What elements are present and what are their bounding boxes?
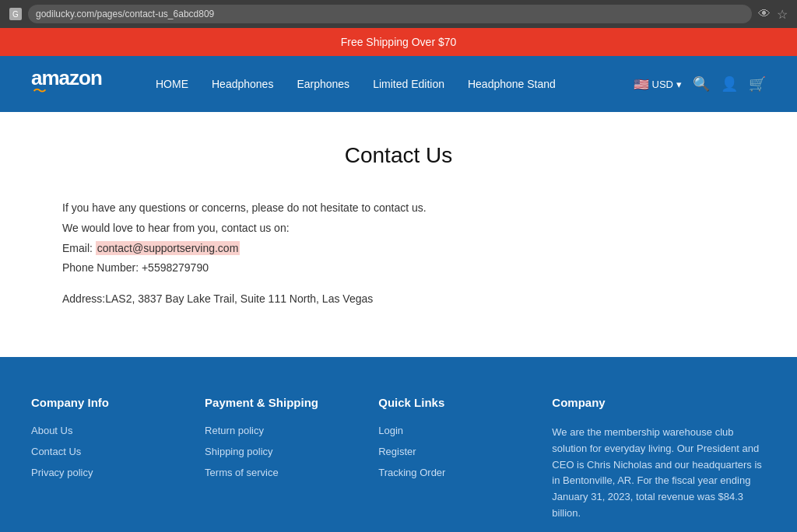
browser-chrome: G godilucky.com/pages/contact-us_6abcd80… <box>0 0 797 28</box>
nav-earphones[interactable]: Earphones <box>297 78 349 90</box>
header: amazon 〜 HOME Headphones Earphones Limit… <box>0 56 797 112</box>
footer-company-title: Company <box>552 396 766 409</box>
currency-label: USD <box>652 79 673 90</box>
footer-payment-shipping: Payment & Shipping Return policy Shippin… <box>205 396 347 522</box>
main-content: Contact Us If you have any questions or … <box>0 112 797 357</box>
nav-limited-edition[interactable]: Limited Edition <box>373 78 444 90</box>
intro-line2: We would love to hear from you, contact … <box>62 219 607 238</box>
search-icon[interactable]: 🔍 <box>693 75 710 93</box>
phone-line: Phone Number: +5598279790 <box>62 259 607 278</box>
email-label: Email: <box>62 242 96 254</box>
email-line: Email: contact@supportserving.com <box>62 240 607 258</box>
nav-headphones[interactable]: Headphones <box>212 78 273 90</box>
footer-company-info: Company Info About Us Contact Us Privacy… <box>31 396 174 522</box>
footer-link-login[interactable]: Login <box>378 425 521 436</box>
contact-body: If you have any questions or concerns, p… <box>62 199 607 309</box>
footer-grid: Company Info About Us Contact Us Privacy… <box>31 396 766 522</box>
url-bar[interactable]: godilucky.com/pages/contact-us_6abcd809 <box>28 5 752 23</box>
footer-link-about-us[interactable]: About Us <box>31 425 174 436</box>
chevron-down-icon: ▾ <box>676 79 682 90</box>
footer-link-shipping-policy[interactable]: Shipping policy <box>205 446 347 457</box>
footer-payment-shipping-title: Payment & Shipping <box>205 396 347 409</box>
footer-quick-links-title: Quick Links <box>378 396 521 409</box>
nav-home[interactable]: HOME <box>156 78 188 90</box>
footer-link-return-policy[interactable]: Return policy <box>205 425 347 436</box>
currency-selector[interactable]: 🇺🇸 USD ▾ <box>634 77 682 92</box>
account-icon[interactable]: 👤 <box>721 75 738 93</box>
logo[interactable]: amazon 〜 <box>31 68 125 100</box>
browser-icons: 👁 ☆ <box>758 7 788 22</box>
footer-link-register[interactable]: Register <box>378 446 521 457</box>
address-line: Address:LAS2, 3837 Bay Lake Trail, Suite… <box>62 290 607 309</box>
header-right: 🇺🇸 USD ▾ 🔍 👤 🛒 <box>634 75 766 93</box>
footer-link-terms[interactable]: Terms of service <box>205 467 347 478</box>
footer-company: Company We are the membership warehouse … <box>552 396 766 522</box>
cart-icon[interactable]: 🛒 <box>749 75 766 93</box>
footer-link-tracking[interactable]: Tracking Order <box>378 467 521 478</box>
nav-headphone-stand[interactable]: Headphone Stand <box>468 78 556 90</box>
browser-favicon: G <box>9 8 22 20</box>
footer: Company Info About Us Contact Us Privacy… <box>0 357 797 532</box>
star-icon[interactable]: ☆ <box>777 7 788 22</box>
flag-icon: 🇺🇸 <box>634 77 649 92</box>
footer-link-privacy-policy[interactable]: Privacy policy <box>31 467 174 478</box>
footer-link-contact-us[interactable]: Contact Us <box>31 446 174 457</box>
footer-quick-links: Quick Links Login Register Tracking Orde… <box>378 396 521 522</box>
main-nav: HOME Headphones Earphones Limited Editio… <box>156 78 602 90</box>
intro-line1: If you have any questions or concerns, p… <box>62 199 607 218</box>
visibility-icon[interactable]: 👁 <box>758 7 771 22</box>
promo-banner: Free Shipping Over $70 <box>0 28 797 56</box>
footer-company-info-title: Company Info <box>31 396 174 409</box>
page-title: Contact Us <box>62 143 735 168</box>
footer-company-text: We are the membership warehouse club sol… <box>552 425 766 522</box>
email-link[interactable]: contact@supportserving.com <box>96 241 241 255</box>
